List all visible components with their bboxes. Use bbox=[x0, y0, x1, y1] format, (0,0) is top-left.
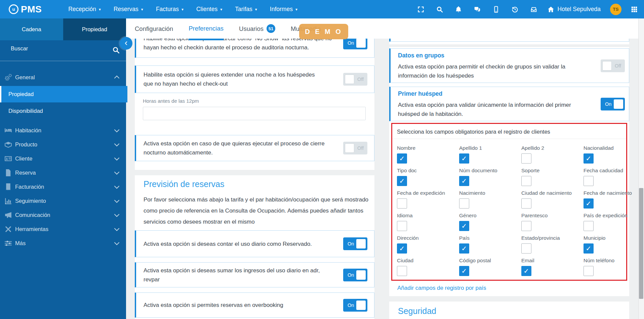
menu-facturas[interactable]: Facturas▾ bbox=[150, 0, 190, 18]
checked-checkbox[interactable]: ✓ bbox=[521, 266, 531, 276]
hotel-name-label: Hotel Sepulveda bbox=[558, 6, 601, 13]
field-option-soporte: Soporte bbox=[521, 168, 539, 174]
history-icon[interactable] bbox=[506, 0, 524, 18]
sidebar-collapse-button[interactable]: ‹ bbox=[120, 37, 132, 50]
search-icon[interactable] bbox=[430, 0, 449, 18]
unchecked-checkbox[interactable] bbox=[521, 153, 531, 164]
daily-use-toggle[interactable]: On bbox=[343, 237, 367, 250]
sidebar-item-general[interactable]: General bbox=[0, 70, 126, 84]
unchecked-checkbox[interactable] bbox=[397, 221, 407, 231]
checked-checkbox[interactable]: ✓ bbox=[583, 198, 594, 209]
add-country-fields-link[interactable]: Añadir campos de registro por país bbox=[397, 285, 486, 291]
group-data-setting-card: Datos en grupos Activa esta opción para … bbox=[389, 48, 629, 83]
field-option-apellido1: Apellido 1✓ bbox=[459, 145, 482, 151]
unchecked-checkbox[interactable] bbox=[583, 176, 594, 186]
sidebar-item-seguimiento[interactable]: Seguimiento bbox=[0, 194, 126, 208]
checked-checkbox[interactable]: ✓ bbox=[459, 266, 469, 276]
menu-informes[interactable]: Informes▾ bbox=[264, 0, 304, 18]
receipt-icon bbox=[4, 183, 12, 191]
first-guest-toggle[interactable]: On bbox=[601, 98, 625, 110]
field-label: Núm documento bbox=[459, 168, 497, 174]
sidebar-item-comunicacion[interactable]: Comunicación bbox=[0, 208, 126, 222]
fullscreen-icon[interactable] bbox=[411, 0, 430, 18]
group-data-title: Datos en grupos bbox=[398, 51, 586, 60]
field-option-paisdeexpedicion: País de expedición bbox=[583, 213, 628, 219]
idcard-icon bbox=[4, 154, 12, 163]
group-data-toggle[interactable]: Off bbox=[601, 59, 625, 72]
field-option-fechacaducidad: Fecha caducidad bbox=[583, 168, 623, 174]
sidebar-tab-propiedad[interactable]: Propiedad bbox=[63, 18, 126, 40]
adr-revpar-setting-text: Activa esta opción si deseas sumar los i… bbox=[144, 266, 320, 284]
field-label: Soporte bbox=[521, 168, 539, 174]
tab-usuarios[interactable]: Usuarios51 bbox=[239, 18, 275, 39]
toggle-state-label: On bbox=[348, 241, 354, 246]
sidebar-search-input[interactable] bbox=[10, 45, 106, 52]
sidebar-item-producto[interactable]: Producto bbox=[0, 137, 126, 151]
first-guest-setting-card: Primer huésped Activa esta opción para v… bbox=[389, 87, 629, 121]
sidebar-item-label: Facturación bbox=[15, 184, 44, 190]
chevron-down-icon bbox=[114, 197, 120, 203]
night-close-toggle[interactable]: Off bbox=[343, 142, 367, 154]
overbooking-setting-text: Activa esta opción si permites reservas … bbox=[144, 301, 332, 310]
sidebar-item-reserva[interactable]: Reserva bbox=[0, 166, 126, 180]
mobile-icon[interactable] bbox=[487, 0, 506, 18]
checked-checkbox[interactable]: ✓ bbox=[459, 153, 469, 164]
bed-icon bbox=[4, 126, 12, 135]
bell-icon[interactable] bbox=[449, 0, 468, 18]
chat-icon[interactable] bbox=[468, 0, 487, 18]
unchecked-checkbox[interactable] bbox=[397, 198, 407, 209]
checked-checkbox[interactable]: ✓ bbox=[459, 243, 469, 254]
sidebar-item-propiedad[interactable]: Propiedad bbox=[0, 86, 127, 102]
checked-checkbox[interactable]: ✓ bbox=[459, 221, 469, 231]
tab-preferencias[interactable]: Preferencias bbox=[189, 18, 224, 40]
inbox-icon[interactable] bbox=[524, 0, 543, 18]
unchecked-checkbox[interactable] bbox=[397, 266, 407, 276]
checked-checkbox[interactable]: ✓ bbox=[397, 243, 407, 254]
unchecked-checkbox[interactable] bbox=[583, 221, 594, 231]
menu-clientes[interactable]: Clientes▾ bbox=[190, 0, 229, 18]
pms-logo[interactable]: u PMS bbox=[9, 4, 42, 15]
menu-reservas[interactable]: Reservas▾ bbox=[107, 0, 150, 18]
field-label: País bbox=[459, 235, 470, 241]
unchecked-checkbox[interactable] bbox=[521, 221, 531, 231]
sidebar-item-habitacion[interactable]: Habitación bbox=[0, 123, 126, 137]
adr-revpar-toggle[interactable]: On bbox=[343, 269, 367, 281]
unchecked-checkbox[interactable] bbox=[459, 198, 469, 209]
forecast-section-title: Previsión de reservas bbox=[144, 179, 224, 189]
menu-recepcion[interactable]: Recepción▾ bbox=[62, 0, 107, 18]
sliders-icon bbox=[4, 239, 12, 247]
unchecked-checkbox[interactable] bbox=[521, 243, 531, 254]
checked-checkbox[interactable]: ✓ bbox=[397, 176, 407, 186]
tools-icon bbox=[4, 225, 12, 233]
sidebar-item-mas[interactable]: Más bbox=[0, 236, 126, 250]
sidebar-item-facturacion[interactable]: Facturación bbox=[0, 180, 126, 194]
user-avatar[interactable]: TS bbox=[610, 4, 621, 15]
unchecked-checkbox[interactable] bbox=[521, 198, 531, 209]
scrollbar-thumb[interactable] bbox=[639, 188, 643, 299]
checked-checkbox[interactable]: ✓ bbox=[583, 243, 594, 254]
unchecked-checkbox[interactable] bbox=[583, 266, 594, 276]
extend-night-toggle[interactable]: Off bbox=[343, 73, 367, 86]
hours-before-noon-input[interactable] bbox=[143, 107, 366, 120]
menu-label: Tarifas bbox=[235, 6, 252, 13]
sidebar-item-label: Producto bbox=[15, 141, 37, 148]
checked-checkbox[interactable]: ✓ bbox=[397, 153, 407, 164]
sidebar-tab-cadena[interactable]: Cadena bbox=[0, 18, 63, 40]
tab-configuracion[interactable]: Configuración bbox=[135, 18, 173, 39]
unchecked-checkbox[interactable] bbox=[521, 176, 531, 186]
chevron-down-icon: ▾ bbox=[220, 7, 222, 12]
sidebar-item-herramientas[interactable]: Herramientas bbox=[0, 222, 126, 236]
adr-revpar-setting-card: Activa esta opción si deseas sumar los i… bbox=[135, 262, 374, 287]
divider bbox=[392, 139, 626, 139]
menu-tarifas[interactable]: Tarifas▾ bbox=[229, 0, 264, 18]
current-hotel-selector[interactable]: Hotel Sepulveda bbox=[543, 6, 605, 13]
apps-grid-icon[interactable] bbox=[627, 0, 642, 18]
checked-checkbox[interactable]: ✓ bbox=[459, 176, 469, 186]
extend-night-setting-card: Habilite esta opción si quieres extender… bbox=[135, 65, 374, 93]
sidebar-item-disponibilidad[interactable]: Disponibilidad bbox=[0, 103, 126, 119]
overbooking-toggle[interactable]: On bbox=[343, 299, 367, 312]
toggle-state-label: On bbox=[605, 101, 611, 107]
checked-checkbox[interactable]: ✓ bbox=[583, 153, 594, 164]
sidebar-item-cliente[interactable]: Cliente bbox=[0, 151, 126, 166]
search-icon[interactable] bbox=[112, 46, 120, 54]
